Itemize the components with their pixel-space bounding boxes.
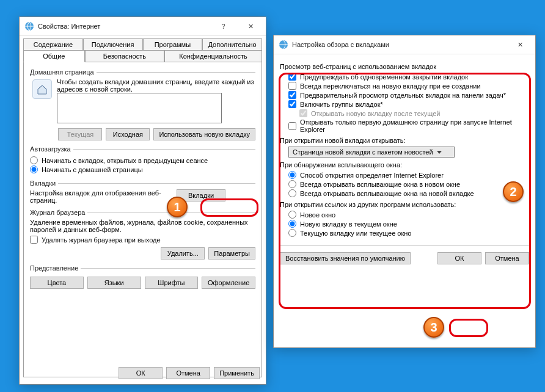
close-button[interactable]: ✕ [237, 18, 265, 35]
titlebar[interactable]: Настройка обзора с вкладками ✕ [274, 35, 535, 54]
close-button[interactable]: ✕ [507, 36, 534, 54]
section-browsing-title: Просмотр веб-страниц с использованием вк… [280, 63, 529, 70]
group-tabs-legend: Вкладки [30, 180, 58, 187]
section-newtab-title: При открытии новой вкладки открывать: [280, 137, 529, 144]
cancel-button[interactable]: Отмена [166, 367, 210, 379]
check-tab-groups[interactable]: Включить группы вкладок* [288, 100, 529, 108]
globe-icon [24, 21, 34, 31]
delete-history-button[interactable]: Удалить... [161, 247, 205, 260]
check-delete-on-exit[interactable]: Удалять журнал браузера при выходе [30, 236, 255, 244]
home-icon [32, 79, 52, 99]
radio-start-prev[interactable]: Начинать с вкладок, открытых в предыдуще… [30, 156, 255, 164]
group-appearance: Представление Цвета Языки Шрифты Оформле… [30, 264, 255, 289]
section-links-title: При открытии ссылок из других программ и… [280, 201, 529, 208]
tab-content[interactable]: Содержание [23, 38, 83, 50]
window-tabs-settings: Настройка обзора с вкладками ✕ Просмотр … [273, 35, 536, 348]
check-first-home-only[interactable]: Открывать только первую домашнюю страниц… [288, 118, 529, 133]
group-homepage-legend: Домашняя страница [30, 68, 97, 76]
check-switch-new[interactable]: Всегда переключаться на новую вкладку пр… [288, 82, 529, 90]
tabs-settings-body: Просмотр веб-страниц с использованием вк… [274, 54, 535, 347]
use-current-button[interactable]: Текущая [58, 128, 102, 140]
help-button[interactable]: ? [210, 18, 237, 35]
group-tabs: Вкладки Настройка вкладок для отображени… [30, 180, 255, 204]
tabs-desc: Настройка вкладок для отображения веб-ст… [30, 189, 170, 204]
tab-connections[interactable]: Подключения [83, 38, 143, 50]
tab-general[interactable]: Общие [23, 50, 85, 62]
group-startup: Автозагрузка Начинать с вкладок, открыты… [30, 145, 255, 175]
radio-links-newtab[interactable]: Новую вкладку в текущем окне [288, 220, 529, 228]
window-title: Настройка обзора с вкладками [292, 41, 507, 48]
accessibility-button[interactable]: Оформление [202, 277, 255, 289]
window-title: Свойства: Интернет [38, 23, 210, 30]
radio-popup-window[interactable]: Всегда открывать всплывающие окна в ново… [288, 180, 529, 188]
colors-button[interactable]: Цвета [30, 277, 84, 289]
homepage-input[interactable] [57, 93, 222, 123]
tab-programs[interactable]: Программы [143, 38, 203, 50]
window-internet-properties: Свойства: Интернет ? ✕ Содержание Подклю… [19, 16, 266, 385]
ok-button[interactable]: ОК [437, 252, 481, 264]
ok-button[interactable]: ОК [119, 367, 163, 379]
group-history-legend: Журнал браузера [30, 209, 87, 216]
use-default-button[interactable]: Исходная [106, 128, 150, 140]
languages-button[interactable]: Языки [87, 277, 141, 289]
tab-advanced[interactable]: Дополнительно [202, 38, 262, 50]
use-newtab-button[interactable]: Использовать новую вкладку [153, 128, 255, 140]
group-startup-legend: Автозагрузка [30, 145, 73, 153]
group-appearance-legend: Представление [30, 264, 81, 272]
radio-popup-tab[interactable]: Всегда открывать всплывающие окна на нов… [288, 189, 529, 197]
tab-security[interactable]: Безопасность [85, 50, 164, 62]
homepage-desc: Чтобы создать вкладки домашних страниц, … [57, 78, 255, 93]
history-desc: Удаление временных файлов, журнала, файл… [30, 219, 255, 233]
restore-defaults-button[interactable]: Восстановить значения по умолчанию [280, 252, 411, 264]
tab-privacy[interactable]: Конфиденциальность [164, 50, 262, 62]
chevron-down-icon [437, 151, 442, 154]
check-taskbar-preview[interactable]: Предварительный просмотр отдельных вклад… [288, 91, 529, 99]
globe-icon [279, 40, 288, 49]
group-homepage: Домашняя страница Чтобы создать вкладки … [30, 68, 255, 140]
check-open-after-current: Открывать новую вкладку после текущей [288, 109, 529, 117]
radio-links-window[interactable]: Новое окно [288, 211, 529, 219]
dialog-footer: ОК Отмена Применить [119, 367, 260, 379]
history-settings-button[interactable]: Параметры [208, 247, 255, 260]
tabs-settings-button[interactable]: Вкладки [177, 189, 225, 201]
radio-popup-ie[interactable]: Способ открытия определяет Internet Expl… [288, 171, 529, 179]
group-history: Журнал браузера Удаление временных файло… [30, 209, 255, 260]
section-popup-title: При обнаружении всплывающего окна: [280, 161, 529, 169]
apply-button[interactable]: Применить [214, 367, 260, 379]
radio-start-home[interactable]: Начинать с домашней страницы [30, 165, 255, 173]
tab-strip: Содержание Подключения Программы Дополни… [23, 38, 262, 62]
tab-panel-general: Домашняя страница Чтобы создать вкладки … [23, 62, 262, 377]
cancel-button[interactable]: Отмена [485, 252, 529, 264]
newtab-action-select[interactable]: Страница новой вкладки с пакетом новосте… [288, 147, 455, 158]
check-warn-close[interactable]: Предупреждать об одновременном закрытии … [288, 73, 529, 81]
radio-links-current[interactable]: Текущую вкладку или текущее окно [288, 229, 529, 237]
fonts-button[interactable]: Шрифты [145, 277, 199, 289]
newtab-action-value: Страница новой вкладки с пакетом новосте… [293, 148, 433, 156]
titlebar[interactable]: Свойства: Интернет ? ✕ [20, 17, 266, 36]
